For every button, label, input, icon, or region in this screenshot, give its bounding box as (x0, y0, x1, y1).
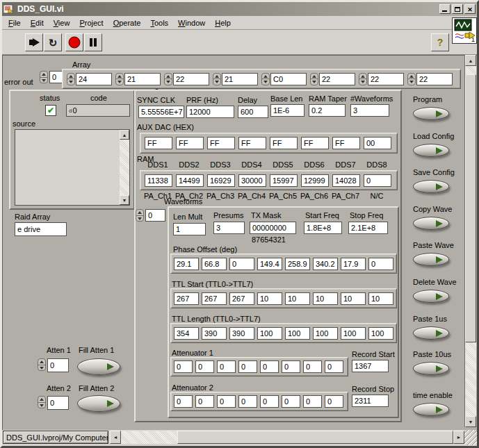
scroll-left-icon[interactable] (110, 431, 121, 444)
ttl-length-element-5[interactable]: 100 (313, 327, 338, 340)
array-element-0[interactable]: 24 (76, 73, 112, 85)
aux-dac-element-0[interactable]: FF (145, 137, 172, 149)
attenuator1-element-6[interactable]: 0 (303, 360, 322, 373)
maximize-button[interactable] (452, 4, 463, 14)
vertical-scroll-thumb[interactable] (465, 74, 476, 342)
array-element-4[interactable]: C0 (270, 73, 307, 85)
atten2-spinner[interactable] (38, 396, 46, 408)
ttl-length-element-2[interactable]: 390 (229, 327, 254, 340)
ttl-length-element-3[interactable]: 100 (257, 327, 282, 340)
array-element-1[interactable]: 21 (124, 73, 161, 85)
prf-field[interactable]: 12000 (186, 106, 234, 118)
load-config-button[interactable] (413, 144, 449, 157)
ttl-start-element-5[interactable]: 10 (313, 292, 338, 305)
fill-atten2-button[interactable] (77, 395, 120, 412)
ram-dds-element-6[interactable]: 14028 (332, 174, 360, 187)
menu-edit[interactable]: Edit (26, 17, 49, 28)
attenuator2-element-4[interactable]: 0 (260, 395, 279, 408)
array-element-spinner[interactable] (310, 73, 318, 85)
source-scroll-down-icon[interactable] (120, 195, 129, 205)
array-element-spinner[interactable] (213, 73, 221, 85)
ram-dds-element-7[interactable]: 0 (364, 174, 391, 187)
ttl-start-element-7[interactable]: 10 (368, 292, 393, 305)
aux-dac-element-4[interactable]: FF (270, 137, 298, 149)
waveform-index-field[interactable]: 0 (145, 209, 165, 222)
ttl-length-element-0[interactable]: 354 (174, 327, 199, 340)
ttl-length-element-6[interactable]: 100 (341, 327, 366, 340)
stop-freq-field[interactable]: 2.1E+8 (348, 222, 388, 234)
vi-icon[interactable]: 1 (452, 17, 477, 44)
horizontal-scroll-thumb[interactable] (177, 431, 453, 444)
source-scroll-track[interactable] (120, 140, 129, 195)
phase-offset-element-2[interactable]: 0 (229, 258, 254, 270)
copy-wave-button[interactable] (413, 217, 449, 230)
record-start-field[interactable]: 1367 (352, 360, 389, 372)
minimize-button[interactable] (439, 4, 450, 14)
ttl-start-element-2[interactable]: 267 (229, 292, 254, 305)
array-element-spinner[interactable] (115, 73, 124, 85)
ttl-start-element-1[interactable]: 267 (202, 292, 227, 305)
phase-offset-element-4[interactable]: 258.9 (285, 258, 310, 270)
attenuator2-element-2[interactable]: 0 (217, 395, 236, 408)
phase-offset-element-0[interactable]: 29.1 (174, 258, 199, 270)
ram-dds-element-3[interactable]: 30000 (238, 174, 266, 187)
ram-dds-element-0[interactable]: 11338 (145, 174, 172, 187)
phase-offset-element-6[interactable]: 17.9 (341, 258, 366, 270)
ram-dds-element-5[interactable]: 12999 (301, 174, 329, 187)
array-element-6[interactable]: 22 (368, 73, 404, 85)
len-mult-field[interactable]: 1 (173, 223, 206, 235)
pause-button[interactable] (84, 33, 102, 51)
delay-field[interactable]: 600 (238, 106, 268, 118)
array-element-3[interactable]: 21 (222, 73, 258, 85)
start-freq-field[interactable]: 1.8E+8 (304, 222, 342, 234)
aux-dac-element-5[interactable]: FF (301, 137, 329, 149)
atten2-field[interactable]: 0 (47, 396, 69, 410)
scroll-down-icon[interactable] (465, 416, 476, 427)
attenuator1-element-0[interactable]: 0 (174, 360, 193, 373)
ram-dds-element-1[interactable]: 14499 (176, 174, 204, 187)
raid-array-field[interactable]: e drive (15, 222, 67, 236)
paste-10us-button[interactable] (413, 362, 449, 375)
ttl-length-element-4[interactable]: 100 (285, 327, 310, 340)
fill-atten1-button[interactable] (77, 358, 120, 375)
phase-offset-element-1[interactable]: 66.8 (202, 258, 227, 270)
attenuator2-element-5[interactable]: 0 (282, 395, 300, 408)
base-len-field[interactable]: 1E-6 (270, 104, 305, 117)
phase-offset-element-7[interactable]: 0 (368, 258, 393, 270)
attenuator1-element-2[interactable]: 0 (217, 360, 236, 373)
atten1-field[interactable]: 0 (47, 358, 69, 372)
tx-mask-field[interactable]: 00000000 (250, 222, 296, 234)
ttl-start-element-6[interactable]: 10 (341, 292, 366, 305)
record-stop-field[interactable]: 2311 (352, 395, 389, 407)
aux-dac-element-2[interactable]: FF (207, 137, 235, 149)
aux-dac-element-3[interactable]: FF (238, 137, 266, 149)
phase-offset-element-3[interactable]: 149.4 (257, 258, 282, 270)
ttl-start-element-3[interactable]: 10 (257, 292, 282, 305)
attenuator1-element-5[interactable]: 0 (282, 360, 300, 373)
array-element-spinner[interactable] (359, 73, 367, 85)
menu-tools[interactable]: Tools (145, 17, 173, 28)
paste-1us-button[interactable] (413, 326, 449, 340)
array-element-spinner[interactable] (164, 73, 172, 85)
run-continuous-button[interactable]: ↻ (44, 33, 62, 51)
array-element-spinner[interactable] (261, 73, 270, 85)
save-config-button[interactable] (413, 180, 449, 193)
array-element-spinner[interactable] (67, 73, 75, 85)
menu-view[interactable]: View (49, 17, 75, 28)
scroll-right-icon[interactable] (453, 431, 464, 444)
abort-button[interactable] (65, 33, 83, 51)
attenuator2-element-7[interactable]: 0 (325, 395, 343, 408)
ram-dds-element-2[interactable]: 16929 (207, 174, 235, 187)
menu-help[interactable]: Help (210, 17, 236, 28)
sync-clk-field[interactable]: 5.55556E+7 (138, 106, 184, 118)
array-element-7[interactable]: 22 (416, 73, 453, 85)
menu-window[interactable]: Window (173, 17, 210, 28)
ttl-length-element-1[interactable]: 390 (202, 327, 227, 340)
ttl-start-element-0[interactable]: 267 (174, 292, 199, 305)
attenuator1-element-4[interactable]: 0 (260, 360, 279, 373)
waveform-index-spinner[interactable] (136, 209, 144, 222)
menu-project[interactable]: Project (74, 17, 108, 28)
menu-operate[interactable]: Operate (108, 17, 146, 28)
ram-taper-field[interactable]: 0.2 (309, 104, 346, 117)
paste-wave-button[interactable] (413, 253, 449, 266)
